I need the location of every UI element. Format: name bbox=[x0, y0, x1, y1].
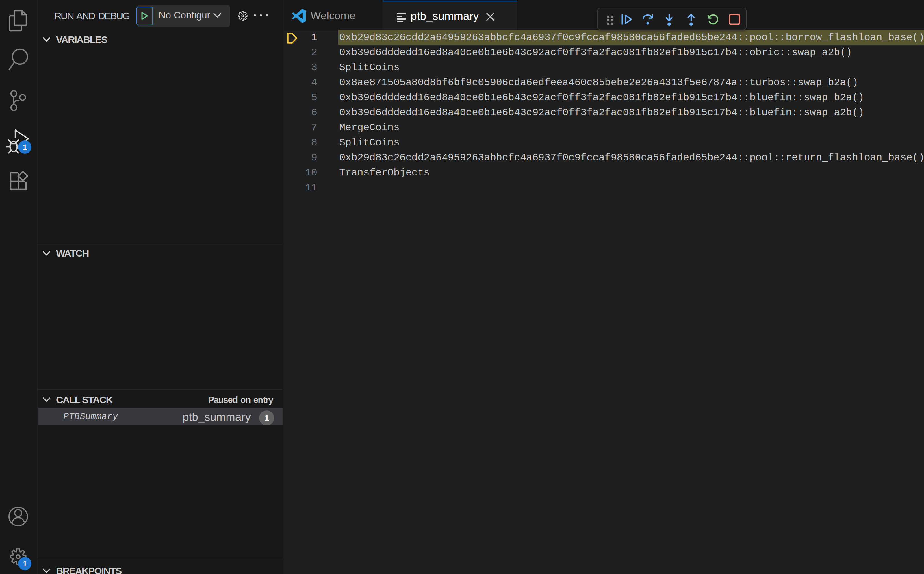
svg-text:1: 1 bbox=[22, 560, 27, 568]
svg-text:1: 1 bbox=[22, 143, 27, 152]
